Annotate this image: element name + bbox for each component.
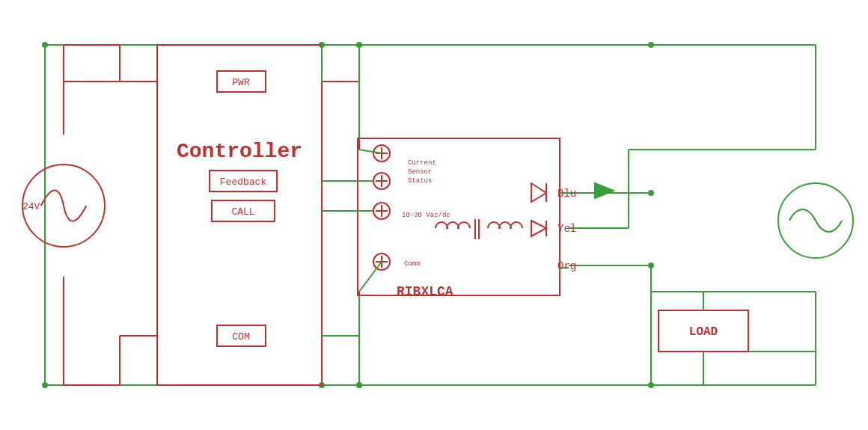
wiring-diagram — [0, 0, 868, 430]
